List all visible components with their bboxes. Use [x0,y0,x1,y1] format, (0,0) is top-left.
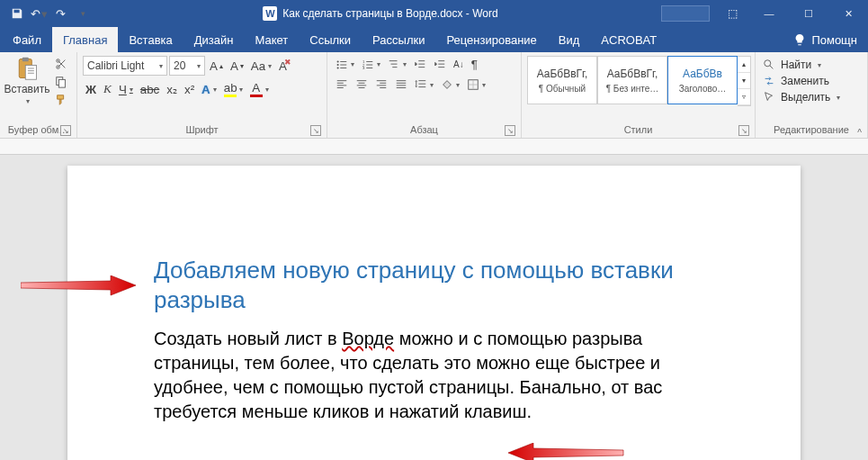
svg-marker-15 [21,275,136,295]
font-size-combo[interactable]: 20▾ [169,56,205,76]
paragraph-dialog-launcher[interactable]: ↘ [505,125,515,136]
window-controls: — ☐ ✕ [749,0,868,27]
tab-insert[interactable]: Вставка [118,27,183,52]
redo-icon[interactable]: ↷ [52,5,68,22]
line-spacing-button[interactable]: ▾ [412,77,436,93]
[interactable]: ▾ [438,77,462,93]
tab-file[interactable]: Файл [2,27,52,52]
align-center-button[interactable] [353,77,371,93]
replace-button[interactable]: Заменить [761,74,831,88]
tab-acrobat[interactable]: ACROBAT [590,27,667,52]
align-right-icon [375,78,388,91]
format-painter-button[interactable] [52,92,70,108]
undo-icon[interactable]: ↶▾ [31,5,47,22]
select-button[interactable]: Выделить▾ [761,90,842,104]
align-left-icon [336,78,348,91]
tab-view[interactable]: Вид [548,27,591,52]
subscript-button[interactable]: x₂ [164,81,180,98]
svg-point-8 [337,63,339,65]
style-nospacing[interactable]: АаБбВвГг, ¶ Без инте… [597,56,667,104]
borders-button[interactable]: ▾ [464,77,488,93]
gallery-up-button[interactable]: ▴ [738,57,750,73]
close-button[interactable]: ✕ [828,0,868,27]
font-color-button[interactable]: A▾ [247,79,272,99]
bold-button[interactable]: Ж [83,81,99,98]
group-editing: Найти▾ Заменить Выделить▾ Редактирование… [756,52,868,138]
body-text-pre: Создать новый лист в [154,329,342,348]
multilevel-list-button[interactable]: ▾ [385,57,409,73]
sort-button[interactable]: A↓ [451,58,467,71]
svg-point-14 [765,60,771,67]
decrease-indent-button[interactable] [411,57,429,73]
justify-button[interactable] [392,77,410,93]
tab-layout[interactable]: Макет [244,27,299,52]
outdent-icon [414,59,426,71]
styles-dialog-launcher[interactable]: ↘ [738,125,749,136]
style-heading1[interactable]: АаБбВв Заголово… [667,56,738,104]
styles-gallery[interactable]: АаБбВвГг, ¶ Обычный АаБбВвГг, ¶ Без инте… [527,56,751,106]
tab-design[interactable]: Дизайн [183,27,245,52]
word-icon: W [263,6,277,21]
highlight-button[interactable]: ab▾ [221,79,246,99]
increase-indent-button[interactable] [431,57,449,73]
tab-home[interactable]: Главная [52,27,118,52]
align-right-button[interactable] [372,77,390,93]
numbering-button[interactable]: 123▾ [359,57,383,73]
indent-icon [434,59,446,71]
annotation-arrow-left [21,275,138,297]
text-effects-button[interactable]: A▾ [199,81,219,98]
clipboard-icon [14,56,40,81]
font-dialog-launcher[interactable]: ↘ [310,125,321,136]
minimize-button[interactable]: — [749,0,789,27]
ruler[interactable] [0,139,868,155]
clear-formatting-button[interactable]: A✖ [276,58,290,75]
tell-me[interactable]: Помощн [783,27,868,52]
grow-font-button[interactable]: A▴ [207,58,226,75]
group-styles: АаБбВвГг, ¶ Обычный АаБбВвГг, ¶ Без инте… [522,52,756,138]
italic-button[interactable]: К [101,80,114,98]
tab-references[interactable]: Ссылки [299,27,362,52]
window-title: W Как сделать страницы в Ворде.docx - Wo… [100,6,661,21]
underline-button[interactable]: Ч▾ [116,81,136,98]
spellcheck-word[interactable]: Ворде [342,329,394,348]
find-button[interactable]: Найти▾ [761,58,823,72]
tab-review[interactable]: Рецензирование [435,27,547,52]
save-icon[interactable] [9,5,25,22]
copy-icon [55,76,67,88]
cut-button[interactable] [52,56,70,72]
bullets-button[interactable]: ▾ [333,57,357,73]
styles-gallery-nav: ▴ ▾ ▿ [738,56,751,106]
superscript-button[interactable]: x² [182,81,197,98]
gallery-down-button[interactable]: ▾ [738,73,750,89]
find-label: Найти [781,59,811,71]
account-box[interactable] [661,5,710,22]
replace-icon [763,75,775,87]
qat-customize-icon[interactable]: ▾ [75,5,91,22]
editing-label: Редактирование [774,124,849,135]
document-heading[interactable]: Добавляем новую страницу с помощью встав… [154,256,732,314]
style-normal[interactable]: АаБбВвГг, ¶ Обычный [527,56,597,104]
paste-button[interactable]: Вставить ▾ [5,56,49,105]
gallery-more-button[interactable]: ▿ [738,89,750,105]
font-label: Шрифт [185,124,218,135]
align-left-button[interactable] [333,77,351,93]
multilevel-icon [388,59,400,71]
workspace: Добавляем новую страницу с помощью встав… [0,139,868,460]
font-name-value: Calibri Light [87,59,144,72]
strikethrough-button[interactable]: abc [138,81,163,98]
show-marks-button[interactable]: ¶ [469,56,480,73]
replace-label: Заменить [781,75,829,87]
shrink-font-button[interactable]: A▾ [228,58,246,75]
font-name-combo[interactable]: Calibri Light▾ [83,56,167,76]
ribbon-display-icon[interactable]: ⬚ [719,7,746,20]
document-body[interactable]: Создать новый лист в Ворде можно и с пом… [154,327,732,424]
font-size-value: 20 [174,59,185,72]
svg-rect-2 [25,66,36,80]
clipboard-dialog-launcher[interactable]: ↘ [60,125,71,136]
copy-button[interactable] [52,74,70,90]
tab-mailings[interactable]: Рассылки [362,27,435,52]
collapse-ribbon-button[interactable]: ^ [857,128,862,138]
document-page[interactable]: Добавляем новую страницу с помощью встав… [67,166,801,460]
change-case-button[interactable]: Aa▾ [248,58,274,75]
maximize-button[interactable]: ☐ [789,0,828,27]
